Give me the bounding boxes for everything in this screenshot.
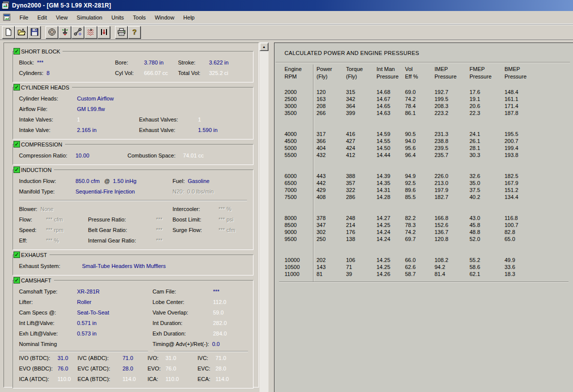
- table-cell: 182.7: [434, 194, 470, 200]
- help-button[interactable]: ?: [128, 26, 140, 38]
- induction-checkbox[interactable]: ✓: [14, 166, 20, 173]
- timing-value: 28.0: [216, 366, 226, 372]
- table-cell: 388: [346, 172, 376, 180]
- menu-tools[interactable]: Tools: [128, 12, 150, 22]
- stroke-value[interactable]: 3.622 in: [209, 60, 228, 66]
- table-cell: 143: [316, 264, 346, 270]
- timing-value[interactable]: 28.0: [122, 366, 133, 372]
- save-file-button[interactable]: [28, 26, 40, 38]
- crankshaft-button[interactable]: [72, 26, 84, 38]
- cam-specs-value[interactable]: Seat-To-Seat: [77, 310, 109, 316]
- lifter-value[interactable]: Roller: [77, 299, 92, 305]
- valvetrain-button[interactable]: [58, 26, 71, 38]
- table-cell: 167.9: [504, 180, 573, 186]
- induction-flow-value[interactable]: 850.0 cfm: [76, 178, 100, 184]
- short-block-checkbox[interactable]: ✓: [14, 48, 20, 54]
- new-document-button[interactable]: [2, 26, 14, 38]
- belt-gear-ratio-value: ***: [156, 227, 162, 233]
- engine-button[interactable]: [46, 26, 58, 38]
- induction-flow-pressure[interactable]: 1.50 inHg: [113, 178, 136, 184]
- menu-help[interactable]: Help: [179, 12, 200, 22]
- camshaft-type-label: Camshaft Type:: [19, 286, 74, 297]
- fuel-value[interactable]: Gasoline: [188, 178, 209, 184]
- table-cell: 10000: [284, 256, 316, 264]
- exh-lift-value[interactable]: 0.573 in: [77, 330, 96, 336]
- menu-simulation[interactable]: Simulation: [72, 12, 106, 22]
- int-lift-value[interactable]: 0.571 in: [77, 320, 96, 326]
- table-cell: 193.8: [504, 152, 573, 158]
- valve-lift-button[interactable]: [98, 26, 110, 38]
- print-button[interactable]: [115, 26, 128, 38]
- compression-checkbox[interactable]: ✓: [14, 141, 20, 148]
- intake-valve-label: Intake Valve:: [19, 125, 74, 136]
- blower-label: Blower:: [19, 204, 38, 214]
- bore-value[interactable]: 3.780 in: [144, 60, 164, 66]
- induction-button[interactable]: [84, 26, 97, 38]
- compression-ratio-value[interactable]: 10.00: [76, 152, 90, 158]
- cylinder-heads-checkbox[interactable]: ✓: [14, 84, 20, 90]
- internal-gear-ratio-label: Internal Gear Ratio:: [88, 236, 153, 246]
- menu-edit[interactable]: Edit: [33, 12, 52, 22]
- timing-adv-ret-value[interactable]: 0.0: [212, 341, 220, 347]
- table-cell: 199.4: [504, 144, 573, 152]
- compression-ratio-label: Compression Ratio:: [19, 150, 72, 161]
- cylinders-value[interactable]: 8: [46, 70, 50, 76]
- timing-value[interactable]: 76.0: [58, 366, 68, 372]
- menu-bar: File Edit View Simulation Units Tools Wi…: [0, 11, 573, 24]
- menu-units[interactable]: Units: [107, 12, 128, 22]
- section-title: EXHAUST: [21, 252, 47, 258]
- exhaust-checkbox[interactable]: ✓: [14, 252, 20, 258]
- vertical-scrollbar[interactable]: ▲: [260, 42, 268, 392]
- scroll-up-button[interactable]: ▲: [260, 42, 268, 51]
- timing-cell: ICA:110.0: [148, 374, 198, 384]
- bore-label: Bore:: [115, 58, 141, 68]
- column-header: Power(Fly): [316, 66, 346, 80]
- blower-eff-label: Eff:: [19, 236, 43, 246]
- manifold-type-label: Manifold Type:: [19, 186, 72, 197]
- document-icon[interactable]: [3, 14, 11, 22]
- rpm-column-separator: [313, 64, 314, 282]
- table-cell: 14.24: [376, 228, 405, 236]
- camshaft-dividers: [19, 351, 248, 352]
- table-cell: 14.63: [376, 110, 405, 116]
- exhaust-valve-value[interactable]: 1.590 in: [198, 127, 218, 133]
- block-value[interactable]: ***: [37, 60, 44, 66]
- timing-value: 110.0: [58, 376, 71, 382]
- table-cell: 442: [316, 180, 346, 186]
- timing-value[interactable]: 71.0: [122, 355, 133, 361]
- print-icon: [118, 28, 126, 36]
- intake-valves-label: Intake Valves:: [19, 114, 74, 125]
- camshaft-checkbox[interactable]: ✓: [14, 277, 20, 284]
- table-cell: 357: [346, 180, 376, 186]
- table-cell: 52.0: [470, 236, 504, 242]
- exhaust-valves-label: Exhaust Valves:: [139, 114, 195, 125]
- table-cell: 322: [346, 186, 376, 194]
- menu-view[interactable]: View: [52, 12, 72, 22]
- save-file-icon: [30, 28, 38, 36]
- int-lift-label: Int Lift@Valve:: [19, 318, 74, 328]
- table-cell: 96.4: [405, 152, 434, 158]
- table-cell: 14.25: [376, 222, 405, 228]
- table-cell: 94.9: [405, 172, 434, 180]
- timing-value[interactable]: 31.0: [58, 355, 68, 361]
- timing-cell: EVO (BBDC):76.0: [19, 364, 78, 374]
- exhaust-valves-value: 1: [198, 116, 201, 122]
- menu-window[interactable]: Window: [150, 12, 178, 22]
- table-cell: 24.1: [470, 130, 504, 138]
- table-cell: 176: [346, 228, 376, 236]
- surge-flow-value: *** cfm: [218, 227, 236, 233]
- exhaust-system-value[interactable]: Small-Tube Headers With Mufflers: [82, 263, 166, 269]
- manifold-type-value[interactable]: Sequential-Fire Injection: [76, 188, 135, 194]
- open-file-button[interactable]: [15, 26, 28, 38]
- table-cell: 20.6: [470, 102, 504, 110]
- table-cell: 48.8: [470, 228, 504, 236]
- intake-valve-value[interactable]: 2.165 in: [77, 127, 96, 133]
- timing-value: 114.0: [122, 376, 136, 382]
- table-cell: 9000: [284, 228, 316, 236]
- menu-file[interactable]: File: [15, 12, 33, 22]
- airflow-file-value[interactable]: GM L99.flw: [77, 106, 105, 112]
- cam-file-value[interactable]: ***: [213, 288, 220, 294]
- heads-value[interactable]: Custom Airflow: [77, 96, 114, 102]
- timing-value: 31.0: [166, 355, 176, 361]
- camshaft-type-value[interactable]: XR-281R: [77, 288, 100, 294]
